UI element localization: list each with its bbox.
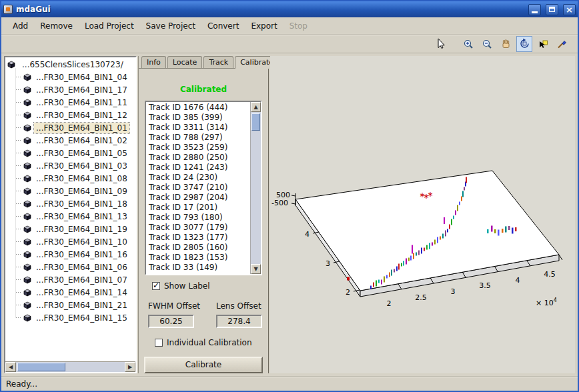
individual-calibration-checkbox[interactable] <box>155 339 163 347</box>
file-tree: ...655ClensSlices130723/ ...FR30_EM64_BI… <box>5 57 135 361</box>
svg-text:-500: -500 <box>271 199 288 207</box>
tab-locate[interactable]: Locate <box>167 56 203 68</box>
cube-icon <box>23 162 31 170</box>
list-vertical-scrollbar[interactable]: ▲ ▼ <box>250 102 261 274</box>
show-label-checkbox[interactable] <box>152 282 160 290</box>
track-list-item[interactable]: Track ID 17 (201) <box>146 203 250 213</box>
tab-track[interactable]: Track <box>203 56 233 68</box>
lens-offset-field[interactable]: 278.4 <box>216 315 262 328</box>
menu-save-project[interactable]: Save Project <box>140 19 201 33</box>
scroll-track[interactable] <box>16 362 125 372</box>
track-list-item[interactable]: Track ID 33 (149) <box>146 263 250 273</box>
tree-root-label: ...655ClensSlices130723/ <box>20 59 125 70</box>
root-icon <box>7 61 15 69</box>
tree-item[interactable]: ...FR30_EM64_BIN1_12 <box>7 109 135 121</box>
menu-add[interactable]: Add <box>7 19 34 33</box>
cube-icon <box>23 301 31 309</box>
tree-item[interactable]: ...FR30_EM64_BIN1_14 <box>7 286 135 299</box>
cube-icon <box>23 149 31 157</box>
tree-item[interactable]: ...FR30_EM64_BIN1_01 <box>7 121 135 134</box>
tree-item[interactable]: ...FR30_EM64_BIN1_03 <box>7 159 135 172</box>
menu-remove[interactable]: Remove <box>34 19 79 33</box>
cube-icon <box>23 289 31 297</box>
svg-text:2: 2 <box>346 288 350 297</box>
fwhm-offset-field[interactable]: 60.25 <box>148 315 194 328</box>
menu-load-project[interactable]: Load Project <box>79 19 140 33</box>
track-list-item[interactable]: Track ID 1241 (243) <box>146 163 250 173</box>
menubar: AddRemoveLoad ProjectSave ProjectConvert… <box>1 17 578 35</box>
cube-icon <box>23 200 31 208</box>
tree-item[interactable]: ...FR30_EM64_BIN1_17 <box>7 83 135 96</box>
svg-text:2.5: 2.5 <box>415 293 427 302</box>
title-bar[interactable]: mdaGui × <box>1 1 578 17</box>
scroll-thumb[interactable] <box>17 363 65 371</box>
track-list-item[interactable]: Track ID 2805 (160) <box>146 243 250 253</box>
fwhm-offset-label: FWHM Offset <box>148 301 216 311</box>
tree-item[interactable]: ...FR30_EM64_BIN1_04 <box>7 71 135 83</box>
track-list-item[interactable]: Track ID 385 (399) <box>146 113 250 123</box>
track-list-item[interactable]: Track ID 3747 (210) <box>146 183 250 193</box>
cube-icon <box>23 73 31 81</box>
rotate-3d-button[interactable] <box>516 36 532 52</box>
calibration-status: Calibrated <box>139 85 268 94</box>
tree-item[interactable]: ...FR30_EM64_BIN1_21 <box>7 299 135 311</box>
tree-root[interactable]: ...655ClensSlices130723/ <box>7 59 135 71</box>
track-list-item[interactable]: Track ID 1676 (444) <box>146 103 250 113</box>
maximize-button[interactable] <box>546 4 558 15</box>
track-list-item[interactable]: Track ID 793 (180) <box>146 213 250 223</box>
tree-item[interactable]: ...FR30_EM64_BIN1_02 <box>7 134 135 147</box>
cube-icon <box>23 124 31 132</box>
cube-icon <box>23 86 31 94</box>
tree-item[interactable]: ...FR30_EM64_BIN1_18 <box>7 197 135 210</box>
zoom-in-button[interactable] <box>460 36 476 52</box>
close-button[interactable]: × <box>563 4 576 15</box>
cube-icon <box>23 276 31 284</box>
track-list-item[interactable]: Track ID 3311 (314) <box>146 123 250 133</box>
scroll-down-button[interactable]: ▼ <box>251 264 261 274</box>
tree-item[interactable]: ...FR30_EM64_BIN1_05 <box>7 147 135 159</box>
cube-icon <box>23 314 31 322</box>
tree-item[interactable]: ...FR30_EM64_BIN1_09 <box>7 185 135 197</box>
individual-calibration-text: Individual Calibration <box>167 338 252 347</box>
plot-area[interactable]: 500-50043222.533.544.5× 104∗∗∗ <box>270 56 575 373</box>
track-list-item[interactable]: Track ID 3077 (179) <box>146 223 250 233</box>
svg-text:3.5: 3.5 <box>479 281 491 290</box>
menu-convert[interactable]: Convert <box>201 19 245 33</box>
tree-item[interactable]: ...FR30_EM64_BIN1_08 <box>7 172 135 185</box>
track-list-item[interactable]: Track ID 2987 (204) <box>146 193 250 203</box>
calibrate-button[interactable]: Calibrate <box>144 357 263 373</box>
app-window: mdaGui × AddRemoveLoad ProjectSave Proje… <box>0 0 579 392</box>
pointer-tool-button[interactable] <box>432 36 448 52</box>
tree-item[interactable]: ...FR30_EM64_BIN1_19 <box>7 223 135 235</box>
tree-item[interactable]: ...FR30_EM64_BIN1_07 <box>7 273 135 286</box>
pan-button[interactable] <box>498 36 514 52</box>
scroll-right-button[interactable]: ▶ <box>125 362 135 372</box>
track-list-item[interactable]: Track ID 1823 (153) <box>146 253 250 263</box>
svg-text:3: 3 <box>326 259 330 268</box>
track-list-item[interactable]: Track ID 24 (230) <box>146 173 250 183</box>
svg-text:× 104: × 104 <box>536 297 557 307</box>
tree-item[interactable]: ...FR30_EM64_BIN1_11 <box>7 96 135 109</box>
scroll-left-button[interactable]: ◀ <box>5 362 16 372</box>
track-list-item[interactable]: Track ID 788 (297) <box>146 133 250 143</box>
menu-export[interactable]: Export <box>245 19 283 33</box>
tree-item[interactable]: ...FR30_EM64_BIN1_06 <box>7 261 135 273</box>
scroll-up-button[interactable]: ▲ <box>251 102 261 112</box>
tab-info[interactable]: Info <box>141 56 166 68</box>
minimize-button[interactable] <box>528 4 541 15</box>
data-cursor-button[interactable] <box>535 36 551 52</box>
tree-item[interactable]: ...FR30_EM64_BIN1_16 <box>7 248 135 261</box>
app-icon <box>3 5 13 14</box>
track-list-item[interactable]: Track ID 2880 (250) <box>146 153 250 163</box>
zoom-out-button[interactable] <box>479 36 495 52</box>
scroll-thumb[interactable] <box>251 113 260 131</box>
3d-plot[interactable]: 500-50043222.533.544.5× 104∗∗∗ <box>270 56 575 373</box>
tree-item[interactable]: ...FR30_EM64_BIN1_10 <box>7 235 135 248</box>
track-list-item[interactable]: Track ID 1323 (177) <box>146 233 250 243</box>
scroll-track[interactable] <box>251 112 261 264</box>
tree-item[interactable]: ...FR30_EM64_BIN1_13 <box>7 210 135 223</box>
tree-item[interactable]: ...FR30_EM64_BIN1_15 <box>7 311 135 324</box>
track-list-item[interactable]: Track ID 3523 (259) <box>146 143 250 153</box>
tree-horizontal-scrollbar[interactable]: ◀ ▶ <box>5 361 135 372</box>
brush-button[interactable] <box>554 36 570 52</box>
